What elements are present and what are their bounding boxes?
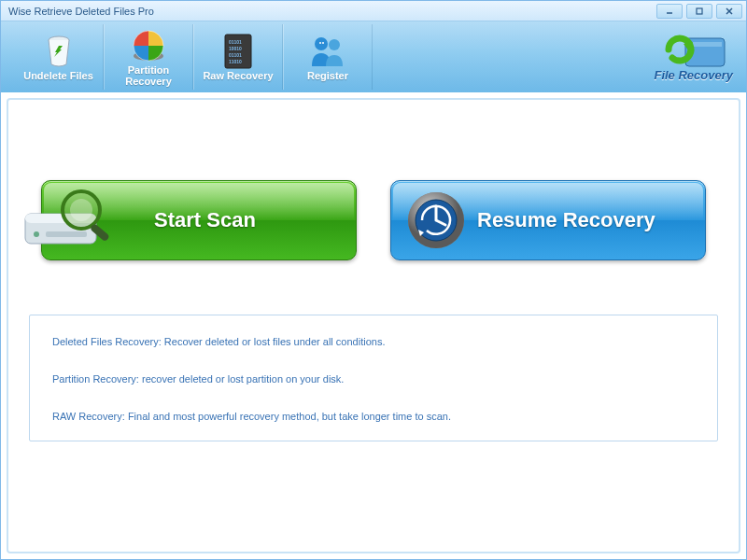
content-area: Start Scan Resume Recovery <box>7 98 740 553</box>
brand-logo: File Recovery <box>654 27 733 82</box>
toolbar: Undelete Files Partition Recovery 011 <box>1 21 746 92</box>
file-recovery-icon <box>655 27 732 70</box>
svg-text:01101: 01101 <box>229 39 242 45</box>
svg-point-19 <box>34 231 39 237</box>
window-title: Wise Retrieve Deleted Files Pro <box>8 6 154 17</box>
start-scan-button[interactable]: Start Scan <box>41 180 357 260</box>
toolbar-label: Register <box>307 70 348 81</box>
info-raw: RAW Recovery: Final and most powerful re… <box>52 411 695 422</box>
svg-rect-20 <box>46 231 87 237</box>
resume-recovery-label: Resume Recovery <box>477 208 655 232</box>
svg-point-13 <box>329 39 340 50</box>
maximize-icon <box>695 3 704 20</box>
svg-text:11010: 11010 <box>229 59 242 64</box>
minimize-icon <box>665 3 674 20</box>
svg-text:01101: 01101 <box>229 52 242 58</box>
info-deleted-files: Deleted Files Recovery: Recover deleted … <box>52 336 695 347</box>
svg-text:10010: 10010 <box>229 46 242 51</box>
recycle-bin-icon <box>40 33 78 70</box>
minimize-button[interactable] <box>656 4 683 19</box>
brand-text: File Recovery <box>654 68 733 82</box>
pie-chart-icon <box>130 27 167 64</box>
toolbar-label: Raw Recovery <box>203 70 273 81</box>
toolbar-raw-recovery[interactable]: 01101 10010 01101 11010 Raw Recovery <box>193 24 283 90</box>
app-window: Wise Retrieve Deleted Files Pro Undele <box>0 0 747 560</box>
resume-recovery-button[interactable]: Resume Recovery <box>390 180 706 260</box>
window-controls <box>656 4 742 19</box>
toolbar-partition-recovery[interactable]: Partition Recovery <box>104 24 193 90</box>
binary-file-icon: 01101 10010 01101 11010 <box>221 33 255 70</box>
toolbar-register[interactable]: Register <box>283 24 373 90</box>
main-buttons: Start Scan Resume Recovery <box>29 180 718 260</box>
users-icon <box>307 33 348 70</box>
close-icon <box>725 3 734 20</box>
clock-restore-icon <box>399 178 473 262</box>
toolbar-label: Undelete Files <box>23 70 93 81</box>
close-button[interactable] <box>716 4 742 19</box>
info-partition: Partition Recovery: recover deleted or l… <box>52 373 695 385</box>
start-scan-label: Start Scan <box>154 208 256 232</box>
svg-point-15 <box>322 42 324 44</box>
svg-point-14 <box>319 42 321 44</box>
toolbar-undelete-files[interactable]: Undelete Files <box>14 24 104 90</box>
svg-point-22 <box>70 199 92 221</box>
toolbar-label: Partition Recovery <box>125 64 172 87</box>
titlebar: Wise Retrieve Deleted Files Pro <box>1 1 746 21</box>
hard-drive-scan-icon <box>20 178 122 262</box>
svg-point-12 <box>315 37 328 50</box>
maximize-button[interactable] <box>686 4 712 19</box>
info-panel: Deleted Files Recovery: Recover deleted … <box>29 315 718 441</box>
svg-rect-1 <box>697 8 702 14</box>
